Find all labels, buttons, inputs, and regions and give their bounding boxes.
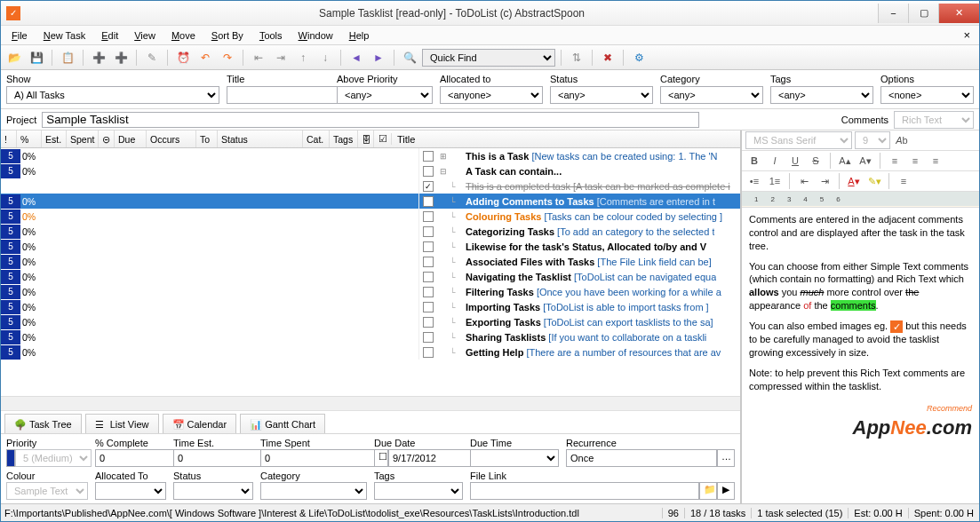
task-checkbox[interactable] [423,257,434,267]
style-button[interactable]: Ab [893,132,911,148]
prop-colour-select[interactable]: Sample Text [6,482,88,500]
comments-type-select[interactable]: Rich Text [894,111,974,129]
comments-size-select[interactable]: 9 [855,131,890,149]
task-row[interactable]: 50%└Importing Tasks [ToDoList is able to… [1,299,740,314]
filter-allocated-select[interactable]: <anyone> [440,86,543,104]
comments-font-select[interactable]: MS Sans Serif [745,131,852,149]
shrink-font-button[interactable]: A▾ [857,153,874,169]
indent-button[interactable]: ⇥ [816,173,833,189]
bold-button[interactable]: B [745,153,763,169]
task-row[interactable]: 50%└Filtering Tasks [Once you have been … [1,284,740,299]
redo-icon[interactable]: ↷ [218,48,237,67]
tab-gantt[interactable]: 📊Gantt Chart [240,414,325,433]
tab-task-tree[interactable]: 🌳Task Tree [4,414,82,433]
move-down-icon[interactable]: ↓ [315,48,335,67]
col-occurs[interactable]: Occurs [147,130,196,147]
col-check[interactable]: ☑ [374,133,392,145]
col-icon[interactable]: ⊝ [99,130,115,147]
filter-tags-select[interactable]: <any> [770,86,873,104]
grow-font-button[interactable]: A▴ [836,153,854,169]
copy-icon[interactable]: 📋 [58,48,77,67]
prop-recur-button[interactable]: … [717,449,735,467]
prop-duetime-select[interactable] [470,449,559,467]
filter-status-select[interactable]: <any> [550,86,653,104]
maximize-button[interactable] [908,4,938,23]
tab-calendar[interactable]: 📅Calendar [163,414,237,433]
comments-textarea[interactable]: Comments are entered in the adjacent com… [742,208,979,503]
ruler[interactable]: 123456 [742,192,979,208]
undo-icon[interactable]: ↶ [195,48,215,67]
menu-move[interactable]: Move [164,29,203,42]
menu-sort-by[interactable]: Sort By [204,29,251,42]
filter-priority-select[interactable]: <any> [337,86,433,104]
task-checkbox[interactable] [423,196,434,207]
col-cat[interactable]: Cat. [303,130,330,147]
number-list-button[interactable]: 1≡ [766,173,784,189]
tab-list-view[interactable]: ☰List View [85,414,159,433]
open-icon[interactable]: 📂 [4,48,24,67]
underline-button[interactable]: U [786,153,804,169]
task-checkbox[interactable] [423,332,434,343]
prop-duedate-check[interactable]: ☐ [374,449,388,467]
task-checkbox[interactable] [423,272,434,282]
task-row[interactable]: 50%└Likewise for the task's Status, Allo… [1,239,740,254]
back-icon[interactable]: ◄ [347,48,366,67]
task-row[interactable]: 50%└Exporting Tasks [ToDoList can export… [1,314,740,329]
align-left-button[interactable]: ≡ [886,153,904,169]
task-checkbox[interactable] [423,302,434,312]
menu-tools[interactable]: Tools [252,29,290,42]
menu-window[interactable]: Window [291,29,340,42]
menu-help[interactable]: Help [342,29,377,42]
task-checkbox[interactable] [423,226,434,237]
menu-file[interactable]: File [4,29,35,42]
strike-button[interactable]: S [807,153,825,169]
task-row[interactable]: 50%└Associated Files with Tasks [The Fil… [1,254,740,269]
prop-filelink-go-button[interactable]: ▶ [717,482,735,500]
task-checkbox[interactable] [423,287,434,297]
task-checkbox[interactable] [423,166,434,177]
italic-button[interactable]: I [766,153,784,169]
task-checkbox[interactable] [423,347,434,358]
outdent-button[interactable]: ⇤ [795,173,813,189]
col-title[interactable]: Title [392,134,740,145]
expand-toggle[interactable]: ⊟ [437,167,450,176]
settings-icon[interactable]: ⚙ [629,48,649,67]
filter-category-select[interactable]: <any> [660,86,763,104]
indent-icon[interactable]: ⇥ [271,48,291,67]
task-checkbox[interactable]: ✓ [423,181,434,192]
bullet-list-button[interactable]: •≡ [745,173,763,189]
col-spent[interactable]: Spent [67,130,99,147]
filter-options-select[interactable]: <none> [880,86,974,104]
prop-filelink-input[interactable] [470,482,699,500]
highlight-button[interactable]: ✎▾ [865,173,883,189]
align-right-button[interactable]: ≡ [927,153,944,169]
prop-status-select[interactable] [173,482,253,500]
task-row[interactable]: 50%└Sharing Tasklists [If you want to co… [1,329,740,344]
clock-icon[interactable]: ⏰ [173,48,193,67]
task-row[interactable]: 50%└Adding Comments to Tasks [Comments a… [1,194,740,209]
menu-new-task[interactable]: New Task [36,29,93,42]
prop-tags-select[interactable] [374,482,463,500]
col-est[interactable]: Est. [42,130,67,147]
task-row[interactable]: ✓└This is a completed task [A task can b… [1,178,740,194]
project-name-input[interactable] [42,112,699,128]
prop-category-select[interactable] [260,482,367,500]
prop-filelink-browse-button[interactable]: 📁 [699,482,717,500]
task-row[interactable]: 50%└Navigating the Tasklist [ToDoList ca… [1,269,740,284]
move-up-icon[interactable]: ↑ [293,48,313,67]
prop-recur-input[interactable] [566,449,717,467]
sort-icon[interactable]: ⇅ [567,48,586,67]
task-row[interactable]: 50%└Colouring Tasks [Tasks can be colour… [1,209,740,224]
task-checkbox[interactable] [423,211,434,222]
filter-show-select[interactable]: A) All Tasks [6,86,219,104]
col-attach[interactable]: 🗄 [358,130,374,147]
grid-body[interactable]: 50%⊞This is a Task [New tasks can be cre… [1,148,740,396]
grid-h-scrollbar[interactable] [1,396,740,410]
forward-icon[interactable]: ► [369,48,388,67]
mdi-close-button[interactable]: × [958,28,976,42]
col-priority[interactable]: ! [1,130,17,147]
col-percent[interactable]: % [17,130,42,147]
quick-find-input[interactable]: Quick Find [422,49,555,67]
prop-alloc-select[interactable] [95,482,166,500]
prop-priority-select[interactable]: 5 (Medium) [15,449,92,467]
